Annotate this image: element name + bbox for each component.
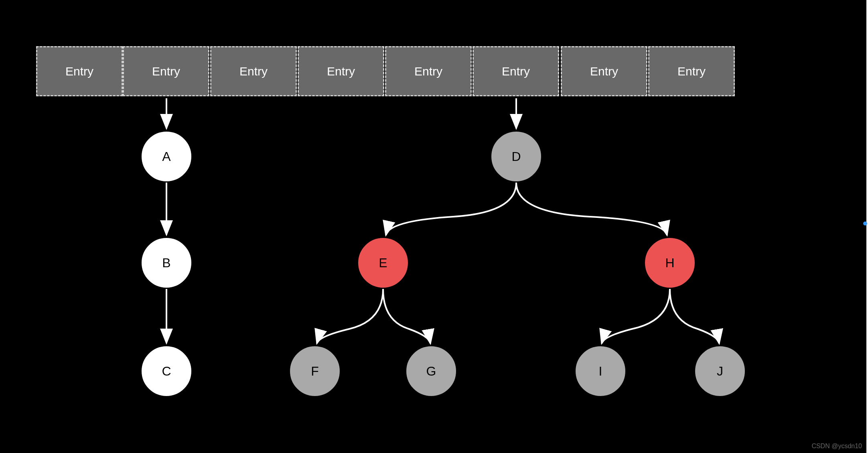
- entry-box-6: Entry: [561, 46, 647, 96]
- entry-box-7: Entry: [648, 46, 735, 96]
- entry-label: Entry: [327, 65, 355, 78]
- entry-box-0: Entry: [36, 46, 123, 96]
- node-E: E: [357, 237, 409, 289]
- entry-box-1: Entry: [123, 46, 209, 96]
- arrow-E-F: [317, 289, 383, 343]
- node-B: B: [140, 237, 193, 289]
- node-label: F: [311, 364, 319, 379]
- arrow-H-I: [602, 289, 670, 343]
- arrow-H-J: [670, 289, 719, 343]
- node-label: H: [665, 256, 674, 270]
- watermark: CSDN @ycsdn10: [811, 443, 862, 450]
- node-label: C: [162, 364, 171, 379]
- blue-dot-icon: [863, 221, 867, 225]
- node-A: A: [140, 130, 193, 183]
- node-label: I: [599, 364, 602, 379]
- node-label: D: [511, 149, 521, 164]
- node-G: G: [405, 345, 457, 397]
- arrow-D-H: [516, 183, 667, 235]
- node-J: J: [694, 345, 746, 397]
- entry-label: Entry: [677, 65, 706, 78]
- entry-label: Entry: [239, 65, 268, 78]
- node-H: H: [644, 237, 696, 289]
- node-label: B: [162, 256, 170, 270]
- node-D: D: [490, 130, 542, 183]
- right-border: [866, 0, 868, 453]
- node-label: A: [162, 149, 170, 164]
- arrow-D-E: [386, 183, 516, 235]
- node-C: C: [140, 345, 193, 397]
- node-label: G: [426, 364, 436, 379]
- entry-box-2: Entry: [210, 46, 297, 96]
- node-label: J: [717, 364, 723, 379]
- entry-box-4: Entry: [385, 46, 472, 96]
- entry-box-5: Entry: [473, 46, 559, 96]
- arrow-E-G: [383, 289, 430, 343]
- node-label: E: [379, 256, 387, 270]
- entry-label: Entry: [65, 65, 93, 78]
- watermark-text: CSDN @ycsdn10: [811, 443, 862, 449]
- entry-label: Entry: [152, 65, 180, 78]
- entry-label: Entry: [590, 65, 618, 78]
- entry-label: Entry: [414, 65, 442, 78]
- node-I: I: [574, 345, 627, 397]
- entry-label: Entry: [502, 65, 530, 78]
- entry-box-3: Entry: [298, 46, 384, 96]
- node-F: F: [289, 345, 341, 397]
